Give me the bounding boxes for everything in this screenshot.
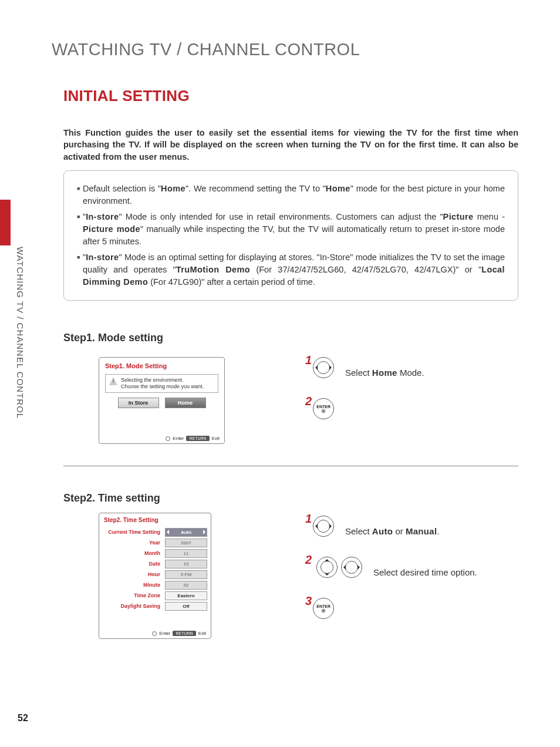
note1-text: Default selection is "	[83, 184, 161, 193]
step1-panel-title: Step1. Mode Setting	[99, 358, 224, 374]
footer-exit: Exit	[198, 631, 206, 636]
note-bullet-3: ■ "In-store" Mode is an optimal setting …	[77, 251, 505, 288]
note2-instore: In-store	[86, 212, 119, 221]
step-number-1: 1	[305, 354, 312, 367]
divider	[63, 466, 518, 466]
instore-button[interactable]: In Store	[118, 398, 159, 408]
year-label: Year	[103, 540, 165, 546]
note-bullet-1: ■ Default selection is "Home". We recomm…	[77, 183, 505, 207]
section-title: INITIAL SETTING	[63, 87, 190, 105]
s1i1c: Mode.	[397, 368, 424, 378]
intro-paragraph: This Function guides the user to easily …	[63, 127, 518, 163]
note2-picmode: Picture mode	[83, 224, 140, 234]
year-value[interactable]: 2007	[165, 539, 207, 547]
month-value[interactable]: 11	[165, 549, 207, 558]
s1i1b: Home	[372, 368, 397, 378]
minute-value[interactable]: 52	[165, 581, 207, 590]
home-button[interactable]: Home	[165, 398, 206, 408]
step-number-2: 2	[305, 553, 312, 567]
navpad-leftright-icon	[313, 516, 334, 537]
s2i1b: Auto	[372, 526, 393, 536]
step2-time-panel: Step2. Time Setting Current Time Setting…	[99, 513, 211, 639]
cts-v: Auto	[181, 530, 191, 535]
page-title: WATCHING TV / CHANNEL CONTROL	[52, 40, 360, 59]
step1-msg2: Choose the setting mode you want.	[121, 383, 204, 390]
page-edge-tab	[0, 200, 11, 245]
note3-text4: (For 47LG90)" after a certain period of …	[148, 277, 315, 287]
tz-value[interactable]: Eastern	[165, 591, 207, 600]
step-number-3: 3	[305, 594, 312, 608]
note2-picture: Picture	[443, 212, 474, 221]
footer-enter: Enter	[159, 631, 170, 636]
enter-dot-icon	[152, 631, 157, 636]
step-number-1: 1	[305, 512, 312, 526]
note2-text3: menu -	[474, 212, 505, 221]
step2-panel-title: Step2. Time Setting	[99, 513, 211, 527]
note1-home1: Home	[161, 184, 185, 193]
enter-button-icon: ENTER	[313, 598, 334, 619]
step1-control-2: 2 ENTER	[305, 398, 334, 419]
s2i1e: .	[437, 526, 439, 536]
footer-exit: Exit	[212, 436, 220, 441]
step2-instruction-2: Select desired time option.	[373, 567, 477, 577]
step2-control-3: 3 ENTER	[305, 598, 334, 619]
minute-label: Minute	[103, 582, 165, 588]
step1-heading: Step1. Mode setting	[63, 332, 163, 344]
s1i1a: Select	[345, 368, 372, 378]
bullet-icon: ■	[77, 185, 83, 207]
step2-instruction-1: Select Auto or Manual.	[345, 526, 440, 536]
step1-control-1: 1	[305, 357, 334, 378]
hour-value[interactable]: 5 PM	[165, 570, 207, 579]
enter-dot-icon	[322, 409, 325, 413]
cts-value[interactable]: Auto	[165, 528, 207, 537]
enter-dot-icon	[166, 436, 170, 441]
month-label: Month	[103, 550, 165, 556]
note2-text4: " manually while inspecting the TV, but …	[83, 224, 505, 246]
step2-control-2: 2	[305, 557, 362, 578]
s2i1c: or	[393, 526, 406, 536]
enter-label: ENTER	[316, 405, 330, 409]
step1-instruction-1: Select Home Mode.	[345, 368, 424, 378]
bullet-icon: ■	[77, 254, 83, 288]
navpad-leftright-icon	[313, 357, 334, 378]
note-bullet-2: ■ "In-store" Mode is only intended for u…	[77, 211, 505, 248]
sidebar-label: WATCHING TV / CHANNEL CONTROL	[15, 247, 25, 419]
tz-label: Time Zone	[103, 593, 165, 598]
note1-home2: Home	[326, 184, 350, 193]
ds-label: Daylight Saving	[103, 603, 165, 609]
s2i1a: Select	[345, 526, 372, 536]
panel1-footer: Enter RETURN Exit	[166, 436, 220, 441]
return-chip: RETURN	[186, 436, 209, 441]
enter-dot-icon	[322, 609, 325, 613]
note2-text2: " Mode is only intended for use in retai…	[119, 212, 443, 221]
date-label: Date	[103, 561, 165, 567]
enter-label: ENTER	[316, 604, 330, 608]
date-value[interactable]: 15	[165, 560, 207, 568]
panel2-footer: Enter RETURN Exit	[152, 631, 206, 636]
hour-label: Hour	[103, 571, 165, 577]
return-chip: RETURN	[173, 631, 195, 636]
bullet-icon: ■	[77, 213, 83, 248]
ds-value[interactable]: Off	[165, 602, 207, 611]
navpad-updown-icon	[316, 557, 338, 578]
step1-mode-panel: Step1. Mode Setting ! Selecting the envi…	[99, 357, 225, 444]
warning-icon: !	[109, 377, 117, 385]
enter-button-icon: ENTER	[313, 398, 334, 419]
note3-instore: In-store	[86, 253, 119, 262]
step1-msg1: Selecting the environment.	[121, 377, 204, 383]
note3-trumotion: TruMotion Demo	[176, 265, 250, 274]
s2i1d: Manual	[406, 526, 437, 536]
cts-label: Current Time Setting	[103, 529, 165, 535]
step2-control-1: 1	[305, 516, 334, 537]
step-number-2: 2	[305, 395, 312, 408]
notes-box: ■ Default selection is "Home". We recomm…	[63, 170, 518, 301]
note1-text2: ". We recommend setting the TV to "	[185, 184, 326, 193]
step2-heading: Step2. Time setting	[63, 492, 160, 504]
footer-enter: Enter	[173, 436, 184, 441]
note3-text3: (For 37/42/47/52LG60, 42/47/52LG70, 42/4…	[250, 265, 481, 274]
step1-message-box: ! Selecting the environment. Choose the …	[105, 374, 218, 393]
page-number: 52	[18, 713, 28, 724]
navpad-leftright-icon	[341, 557, 362, 578]
